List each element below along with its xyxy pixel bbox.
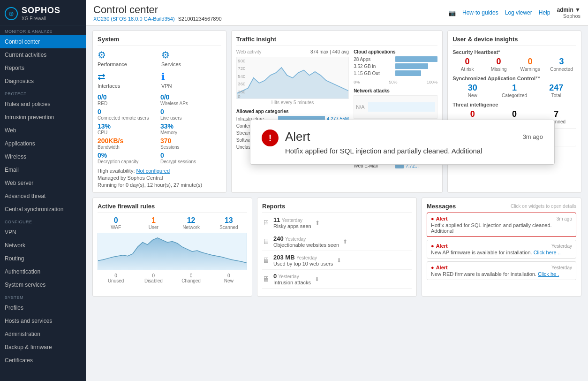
remote-users-value: 0: [98, 108, 158, 115]
sidebar-item-advanced-threat[interactable]: Advanced threat: [0, 190, 86, 203]
report-label: Objectionable websites seen: [273, 242, 339, 248]
cloud-bar-fill: [395, 70, 421, 76]
insights-card-title: User & device insights: [452, 36, 576, 46]
log-viewer-link[interactable]: Log viewer: [505, 9, 532, 16]
heartbeat-missing-value: 0: [484, 57, 513, 67]
pct-0: 0%: [354, 80, 360, 84]
sidebar-item-system-services[interactable]: System services: [0, 278, 86, 291]
sidebar-item-vpn[interactable]: VPN: [0, 226, 86, 239]
pct-100: 100%: [427, 80, 437, 84]
message-item[interactable]: ● Alert Yesterday New AP firmware is ava…: [427, 240, 576, 259]
alert-popup-inner: ! Alert 3m ago Hotfix applied for SQL in…: [262, 130, 543, 155]
performance-icon: ⚙: [98, 49, 106, 61]
sophos-globe-icon: ⊕: [5, 7, 18, 20]
threat-label: Threat intelligence: [452, 102, 576, 107]
performance-icon-item[interactable]: ⚙ Performance: [98, 49, 158, 67]
fw-disabled-value: 0: [135, 273, 172, 278]
device-model: XG230 (SFOS 18.0.0 GA-Build354): [93, 16, 175, 22]
admin-dropdown[interactable]: admin ▼: [557, 7, 580, 13]
message-body: New AP firmware is available for install…: [431, 250, 572, 255]
sidebar-item-current-activities[interactable]: Current activities: [0, 48, 86, 61]
fw-network-value: 12: [173, 216, 210, 225]
traffic-card[interactable]: Traffic insight Web activity 874 max | 4…: [231, 30, 443, 193]
heartbeat-section: Security Heartbeat* 0 At risk 0 Missing …: [452, 49, 576, 72]
interfaces-icon-item[interactable]: ⇄ Interfaces: [98, 71, 158, 89]
how-to-guides-link[interactable]: How-to guides: [462, 9, 498, 16]
sync-new: 30 New: [452, 83, 492, 98]
network-attacks-title: Network attacks: [354, 88, 437, 93]
report-item[interactable]: 🖥 240 Yesterday Objectionable websites s…: [262, 235, 412, 251]
cpu-label: CPU: [98, 130, 158, 135]
sidebar-item-rules-policies[interactable]: Rules and policies: [0, 98, 86, 111]
sidebar-item-email[interactable]: Email: [0, 163, 86, 176]
sidebar-item-routing[interactable]: Routing: [0, 252, 86, 265]
insights-card[interactable]: User & device insights Security Heartbea…: [447, 30, 581, 193]
camera-icon: 📷: [448, 9, 456, 16]
decrypt-sessions-value: 0: [160, 152, 221, 159]
alert-popup[interactable]: ! Alert 3m ago Hotfix applied for SQL in…: [250, 120, 555, 165]
fw-unused-value: 0: [98, 273, 134, 278]
message-item[interactable]: ● Alert 3m ago Hotfix applied for SQL in…: [427, 213, 576, 237]
sidebar-item-profiles[interactable]: Profiles: [0, 301, 86, 314]
report-up-icon: ⬆: [343, 238, 347, 245]
sidebar-item-central-sync[interactable]: Central synchronization: [0, 203, 86, 216]
wireless-label: Wireless APs: [160, 101, 221, 106]
control-center-label: Control center: [5, 38, 40, 45]
alert-dot-icon: ●: [431, 216, 434, 221]
vpn-icon-item[interactable]: ℹ VPN: [161, 71, 221, 89]
messages-card[interactable]: Messages Click on widgets to open detail…: [422, 198, 581, 297]
memory-stat: 33% Memory: [160, 122, 221, 135]
report-item[interactable]: 🖥 203 MB Yesterday Used by top 10 web us…: [262, 254, 412, 270]
report-label: Used by top 10 web users: [273, 261, 333, 267]
fw-user-label: User: [135, 225, 172, 230]
report-item[interactable]: 🖥 11 Yesterday Risky apps seen ⬆: [262, 216, 412, 232]
sidebar-item-web[interactable]: Web: [0, 124, 86, 137]
wireless-value: 0/0: [160, 93, 221, 101]
system-card-title: System: [98, 36, 221, 46]
svg-text:0: 0: [238, 94, 240, 99]
na-label: N/A: [356, 104, 364, 110]
heartbeat-at-risk: 0 At risk: [452, 57, 482, 72]
fw-user: 1 User: [135, 216, 172, 230]
sidebar-item-hosts-services[interactable]: Hosts and services: [0, 314, 86, 328]
sidebar-item-applications[interactable]: Applications: [0, 137, 86, 150]
device-info: XG230 (SFOS 18.0.0 GA-Build354) S2100123…: [93, 16, 222, 22]
traffic-card-title: Traffic insight: [236, 36, 437, 46]
cloud-bar-label: 28 Apps: [354, 57, 393, 62]
cloud-bar-item: 3.52 GB in: [354, 63, 437, 69]
sidebar-item-intrusion[interactable]: Intrusion prevention: [0, 111, 86, 124]
system-card[interactable]: System ⚙ Performance ⚙ Services ⇄ Interf…: [92, 30, 226, 193]
sidebar-item-control-center[interactable]: Control center: [0, 35, 86, 48]
firewall-card[interactable]: Active firewall rules 0 WAF 1 User 12 Ne…: [92, 198, 252, 297]
sync-new-label: New: [452, 93, 492, 98]
help-link[interactable]: Help: [539, 9, 550, 16]
messages-list: ● Alert 3m ago Hotfix applied for SQL in…: [427, 213, 576, 280]
main-area: Control center XG230 (SFOS 18.0.0 GA-Bui…: [86, 0, 588, 381]
sidebar-item-certificates[interactable]: Certificates: [0, 354, 86, 367]
sidebar-item-authentication[interactable]: Authentication: [0, 265, 86, 278]
sidebar-item-network[interactable]: Network: [0, 239, 86, 252]
reports-card[interactable]: Reports 🖥 11 Yesterday Risky apps seen ⬆…: [257, 198, 417, 297]
remote-users-label: Connected remote users: [98, 115, 158, 121]
message-item[interactable]: ● Alert Yesterday New RED firmware is av…: [427, 261, 576, 280]
message-title: ● Alert: [431, 216, 448, 221]
sync-new-value: 30: [452, 83, 492, 93]
message-link[interactable]: Click here ..: [534, 250, 561, 255]
alert-popup-time: 3m ago: [523, 133, 543, 140]
sync-total: 247 Total: [536, 83, 576, 98]
live-users-value: 0: [160, 108, 221, 115]
sidebar-item-backup-firmware[interactable]: Backup & firmware: [0, 341, 86, 354]
sidebar-item-diagnostics[interactable]: Diagnostics: [0, 75, 86, 88]
sidebar-item-wireless[interactable]: Wireless: [0, 150, 86, 163]
bandwidth-stat: 200KB/s Bandwidth: [98, 137, 158, 150]
sidebar-item-reports[interactable]: Reports: [0, 61, 86, 75]
heartbeat-connected-label: Connected: [547, 67, 576, 72]
heartbeat-warnings-label: Warnings: [515, 67, 545, 72]
fw-unused: 0 Unused: [98, 273, 134, 283]
report-item[interactable]: 🖥 0 Yesterday Intrusion attacks ⬇: [262, 273, 412, 289]
sidebar-item-administration[interactable]: Administration: [0, 328, 86, 341]
sidebar-item-web-server[interactable]: Web server: [0, 176, 86, 190]
message-link[interactable]: Click he .: [538, 271, 559, 277]
ha-value-link[interactable]: Not configured: [136, 168, 170, 174]
services-icon-item[interactable]: ⚙ Services: [161, 49, 221, 67]
